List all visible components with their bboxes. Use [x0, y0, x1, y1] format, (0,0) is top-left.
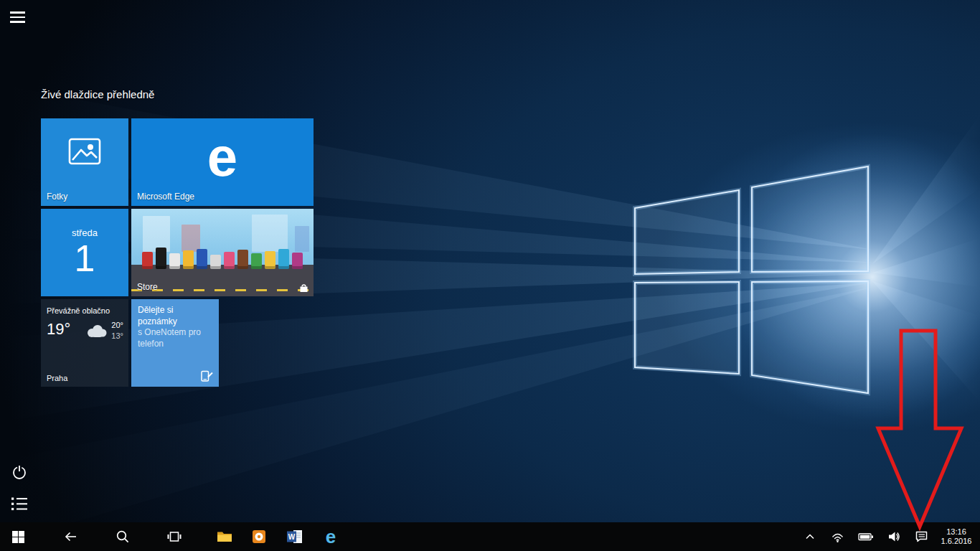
- power-icon: [11, 463, 28, 481]
- system-tray: 13:16 1.6.2016: [796, 522, 980, 551]
- start-button[interactable]: [2, 522, 34, 551]
- folder-icon: [217, 530, 232, 543]
- store-building: [252, 215, 288, 252]
- shopping-bag-icon: [299, 283, 308, 293]
- store-character: [251, 253, 262, 269]
- tile-edge[interactable]: e Microsoft Edge: [131, 118, 314, 206]
- onenote-line1: Dělejte si poznámky: [138, 305, 215, 327]
- store-character: [278, 249, 289, 269]
- tile-store-label: Store: [137, 282, 158, 292]
- network-button[interactable]: [824, 522, 852, 551]
- back-button[interactable]: [55, 522, 86, 551]
- back-icon: [62, 529, 78, 544]
- weather-temperature: 19°: [47, 320, 70, 339]
- windows-logo-icon: [12, 531, 24, 543]
- chevron-up-icon: [804, 532, 816, 541]
- store-building: [143, 216, 170, 252]
- onenote-line2: s OneNotem pro: [138, 327, 215, 339]
- store-character: [156, 248, 166, 269]
- tile-photos-label: Fotky: [47, 192, 67, 202]
- file-explorer-button[interactable]: [209, 522, 240, 551]
- all-apps-button[interactable]: [9, 495, 29, 512]
- store-character: [142, 252, 153, 269]
- weather-high: 20°: [111, 321, 123, 329]
- task-view-button[interactable]: [159, 522, 190, 551]
- weather-city: Praha: [47, 374, 67, 382]
- store-character: [292, 253, 303, 269]
- weather-low: 13°: [111, 331, 123, 340]
- power-button[interactable]: [10, 463, 29, 481]
- cloud-icon: [85, 323, 108, 339]
- tile-weather[interactable]: Převážně oblačno 19° 20° 13° Praha: [41, 299, 128, 387]
- tile-edge-label: Microsoft Edge: [137, 192, 194, 202]
- store-character: [224, 252, 235, 269]
- battery-button[interactable]: [852, 522, 880, 551]
- store-road: [131, 265, 314, 296]
- annotation-arrow-shape: [878, 331, 961, 527]
- search-icon: [116, 529, 130, 544]
- tile-store[interactable]: Store: [131, 209, 314, 296]
- weather-condition: Převážně oblačno: [47, 306, 110, 315]
- photo-icon: [66, 133, 103, 170]
- hamburger-icon: [10, 11, 25, 14]
- store-character: [265, 251, 275, 269]
- phone-icon: [200, 369, 214, 382]
- word-icon: W: [287, 529, 303, 544]
- store-characters: [133, 248, 312, 269]
- hamburger-icon: [10, 17, 25, 19]
- tile-onenote[interactable]: Dělejte si poznámky s OneNotem pro telef…: [131, 299, 219, 387]
- clock-time: 13:16: [946, 527, 966, 537]
- store-character: [237, 250, 248, 269]
- onenote-line3: telefon: [138, 339, 215, 350]
- edge-icon: e: [326, 527, 336, 546]
- windows-logo-panes: [635, 166, 868, 393]
- store-road-line: [131, 289, 314, 291]
- battery-icon: [858, 531, 874, 542]
- hamburger-icon: [10, 21, 25, 23]
- taskbar: W e: [0, 522, 980, 551]
- clock-date: 1.6.2016: [941, 537, 972, 546]
- store-character: [169, 253, 180, 269]
- volume-icon: [887, 531, 900, 542]
- edge-taskbar-button[interactable]: e: [315, 522, 347, 551]
- start-screen: Živé dlaždice přehledně Fotky e Microsof…: [0, 0, 980, 551]
- tray-expand-button[interactable]: [796, 522, 824, 551]
- edge-logo: e: [131, 118, 314, 196]
- start-menu-button[interactable]: [10, 9, 30, 26]
- word-button[interactable]: W: [279, 522, 311, 551]
- action-center-button[interactable]: [908, 522, 936, 551]
- tile-group-title: Živé dlaždice přehledně: [41, 88, 154, 100]
- all-apps-icon: [11, 496, 28, 512]
- onenote-note-text: Dělejte si poznámky s OneNotem pro telef…: [138, 305, 215, 349]
- media-app-icon: [252, 529, 266, 544]
- store-character: [210, 255, 221, 269]
- word-letter: W: [288, 533, 296, 541]
- clock[interactable]: 13:16 1.6.2016: [936, 522, 980, 551]
- store-character: [197, 249, 207, 269]
- tile-calendar[interactable]: středa 1: [41, 209, 128, 296]
- task-view-icon: [167, 529, 182, 544]
- store-character: [183, 250, 194, 269]
- store-tile-image: [131, 209, 314, 296]
- search-button[interactable]: [107, 522, 138, 551]
- calendar-day: 1: [41, 238, 128, 279]
- wifi-icon: [831, 532, 844, 542]
- action-center-icon: [915, 530, 928, 543]
- volume-button[interactable]: [880, 522, 908, 551]
- calendar-weekday: středa: [41, 227, 128, 238]
- media-app-button[interactable]: [243, 522, 275, 551]
- tile-photos[interactable]: Fotky: [41, 118, 128, 206]
